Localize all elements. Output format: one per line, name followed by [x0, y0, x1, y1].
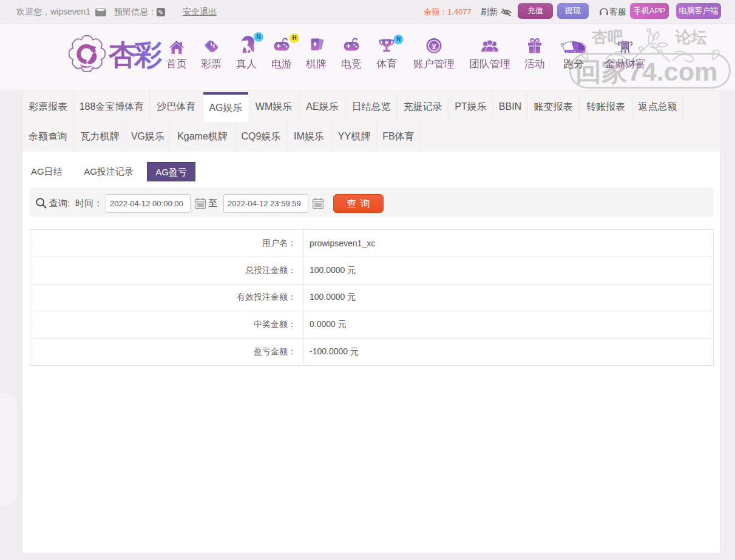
svg-text:¥: ¥: [432, 42, 436, 51]
svg-text:杏彩: 杏彩: [109, 39, 162, 70]
svg-text:ZA.XI 砸金工作室: ZA.XI 砸金工作室: [566, 50, 588, 53]
